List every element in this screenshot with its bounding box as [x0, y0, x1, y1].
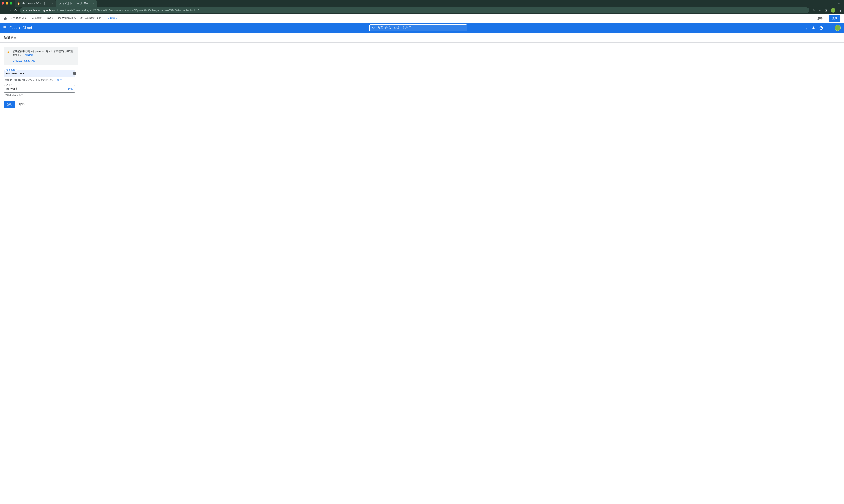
browse-location-button[interactable]: 浏览 [68, 87, 73, 91]
url-field[interactable]: console.cloud.google.com/projectcreate?p… [20, 7, 809, 13]
create-project-form: ▲ 您的配额中还剩 5 个projects。您可以请求增加配额或删除项目。 了解… [0, 43, 82, 112]
url-domain: console.cloud.google.com/projectcreate?p… [26, 9, 199, 12]
profile-avatar-icon[interactable]: L [831, 8, 836, 13]
project-name-label: 项目名称 * [5, 68, 17, 71]
account-avatar-icon[interactable]: L [834, 25, 841, 31]
location-label: 位置 * [5, 84, 13, 87]
tab-bar: 🔥 My Project 76715 – 项目设置 – … × ◔ 新建项目 –… [0, 0, 844, 6]
header-icons: ⋮ L [804, 25, 841, 31]
create-button[interactable]: 创建 [4, 101, 15, 108]
quota-alert: ▲ 您的配额中还剩 5 个projects。您可以请求增加配额或删除项目。 了解… [4, 47, 78, 65]
window-close-icon[interactable] [2, 2, 4, 4]
notifications-icon[interactable] [812, 26, 815, 30]
nav-back-icon[interactable]: ← [2, 8, 5, 12]
help-icon[interactable] [819, 26, 823, 30]
svg-rect-0 [825, 9, 827, 11]
window-minimize-icon[interactable] [6, 2, 8, 4]
browser-tab-1[interactable]: ◔ 新建项目 – Google Cloud Cons… × [56, 0, 97, 6]
form-actions: 创建 取消 [4, 101, 78, 108]
search-icon [372, 26, 375, 30]
svg-point-5 [806, 28, 807, 29]
free-trial-promo-bar: 获享 $300 赠金。开始免费试用。请放心，如果您的赠金用尽，我们不会向您收取费… [0, 14, 844, 23]
window-maximize-icon[interactable] [10, 2, 12, 4]
nav-forward-icon: → [8, 8, 12, 12]
tab-close-icon[interactable]: × [93, 2, 94, 5]
tab-title: 新建项目 – Google Cloud Cons… [63, 2, 91, 5]
bookmark-star-icon[interactable]: ☆ [819, 8, 821, 12]
search-label: 搜索 [377, 26, 383, 30]
lock-icon [22, 9, 25, 12]
project-id-helper: 项目 ID：vigilant-mix-357411。它日后无法更改。 修改 [4, 78, 78, 82]
browser-chrome: 🔥 My Project 76715 – 项目设置 – … × ◔ 新建项目 –… [0, 0, 844, 14]
tab-close-icon[interactable]: × [52, 2, 53, 5]
window-controls [2, 2, 12, 4]
promo-dismiss-button[interactable]: 忽略 [817, 17, 823, 20]
promo-activate-button[interactable]: 激活 [829, 15, 840, 22]
project-name-field-group: 项目名称 * ? [4, 70, 78, 77]
browser-tab-0[interactable]: 🔥 My Project 76715 – 项目设置 – … × [15, 0, 56, 6]
location-helper-text: 父级组织或文件夹 [5, 94, 78, 97]
extensions-icon[interactable] [825, 9, 828, 12]
console-icon[interactable] [804, 26, 808, 30]
address-bar: ← → ⟳ console.cloud.google.com/projectcr… [0, 6, 844, 14]
organization-icon [6, 87, 9, 90]
location-input[interactable]: 无组织 浏览 [4, 85, 75, 93]
svg-point-4 [372, 27, 374, 29]
quota-learn-more-link[interactable]: 了解详情 [23, 53, 33, 56]
page-title: 新建项目 [0, 33, 844, 43]
warning-icon: ▲ [7, 50, 10, 62]
svg-point-7 [821, 29, 821, 29]
gcp-header: ☰ Google Cloud 搜索 产品、资源、文档 (/) ⋮ L [0, 23, 844, 33]
promo-learn-more-link[interactable]: 了解详情 [107, 17, 117, 20]
promo-text: 获享 $300 赠金。开始免费试用。请放心，如果您的赠金用尽，我们不会向您收取费… [10, 17, 117, 20]
manage-quotas-link[interactable]: MANAGE QUOTAS [13, 59, 75, 62]
location-value: 无组织 [11, 87, 68, 91]
browser-menu-icon[interactable]: ⋮ [839, 8, 842, 12]
field-help-icon[interactable]: ? [73, 72, 76, 75]
tab-overflow-icon[interactable]: ⌄ [836, 2, 842, 5]
quota-text: 您的配额中还剩 5 个projects。您可以请求增加配额或删除项目。 [13, 50, 73, 56]
gift-icon [4, 17, 7, 20]
tab-title: My Project 76715 – 项目设置 – … [22, 2, 50, 5]
location-field-group: 位置 * 无组织 浏览 [4, 85, 78, 93]
address-bar-icons: ☆ L ⋮ [812, 8, 842, 13]
more-menu-icon[interactable]: ⋮ [827, 26, 830, 30]
tab-favicon-icon: ◔ [58, 2, 61, 5]
hamburger-menu-icon[interactable]: ☰ [3, 26, 6, 30]
share-icon[interactable] [812, 9, 815, 12]
cancel-button[interactable]: 取消 [17, 101, 27, 108]
nav-reload-icon[interactable]: ⟳ [14, 8, 17, 12]
new-tab-button[interactable]: + [98, 1, 104, 5]
google-cloud-logo[interactable]: Google Cloud [10, 26, 32, 30]
search-box[interactable]: 搜索 产品、资源、文档 (/) [370, 24, 467, 31]
tab-favicon-icon: 🔥 [17, 2, 20, 5]
svg-rect-1 [826, 10, 827, 11]
search-placeholder: 产品、资源、文档 (/) [385, 26, 412, 30]
edit-project-id-link[interactable]: 修改 [57, 78, 62, 81]
